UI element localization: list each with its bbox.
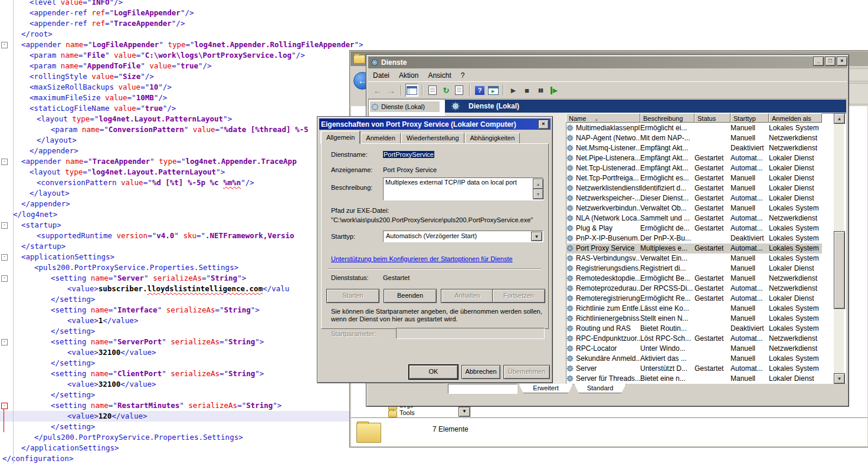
table-row[interactable]: Richtlinienergebniss...Stellt einen N...… bbox=[566, 314, 822, 324]
help-icon[interactable]: ? bbox=[474, 84, 486, 96]
table-row[interactable]: RPC-LocatorUnter Windo...ManuellNetzwerk… bbox=[566, 344, 822, 354]
maximize-button[interactable]: □ bbox=[825, 57, 836, 66]
tree-item-dienste-lokal[interactable]: Dienste (Lokal) bbox=[370, 101, 440, 112]
table-row[interactable]: NAP-Agent (Netwo...Mit dem NAP-...Manuel… bbox=[566, 133, 822, 143]
dropdown-button[interactable]: ▼ bbox=[458, 407, 470, 417]
tab-anmelden[interactable]: Anmelden bbox=[361, 133, 401, 144]
beschreibung-field[interactable]: Multiplexes external TCP/IP data on loca… bbox=[383, 177, 543, 200]
export-list-icon[interactable]: → bbox=[454, 84, 466, 96]
table-row[interactable]: PnP-X-IP-Busenum...Der PnP-X-Bu...Deakti… bbox=[566, 233, 822, 243]
properties-dialog[interactable]: Eigenschaften von Port Proxy Service (Lo… bbox=[317, 116, 553, 383]
column-header-name[interactable]: Name▲ bbox=[566, 113, 640, 123]
table-row[interactable]: Multimediaklassenpl...Ermöglicht ei...Ma… bbox=[566, 123, 822, 133]
desc-scroll-down-icon[interactable]: ▼ bbox=[533, 189, 543, 199]
table-row[interactable]: Netzwerkverbindun...Verwaltet Ob...Gesta… bbox=[566, 203, 822, 213]
tab-wiederherstellung[interactable]: Wiederherstellung bbox=[401, 133, 464, 144]
code-line[interactable]: <level value="INFO"/> bbox=[0, 0, 868, 8]
tab-allgemein[interactable]: Allgemein bbox=[321, 131, 360, 144]
tab-abhängigkeiten[interactable]: Abhängigkeiten bbox=[465, 133, 520, 144]
table-row[interactable]: RPC-Endpunktzuor...Löst RPC-Sch...Gestar… bbox=[566, 334, 822, 344]
code-line[interactable]: <appender-ref ref="TraceAppender"/> bbox=[0, 18, 868, 29]
collapse-region-icon[interactable]: - bbox=[1, 275, 8, 282]
abbrechen-button[interactable]: Abbrechen bbox=[461, 365, 500, 379]
code-line[interactable]: </root> bbox=[0, 29, 868, 40]
scrollbar-thumb[interactable] bbox=[834, 231, 845, 309]
anzeigename-value[interactable]: Port Proxy Service bbox=[383, 166, 437, 173]
table-row[interactable]: Richtlinie zum Entfe...Lässt eine Ko...M… bbox=[566, 304, 822, 314]
column-header-anmelden-als[interactable]: Anmelden als bbox=[769, 113, 822, 123]
ok-button[interactable]: OK bbox=[409, 365, 458, 379]
restart-icon[interactable]: ▶ bbox=[548, 84, 560, 96]
close-button[interactable]: × bbox=[837, 57, 847, 66]
scroll-up-button[interactable]: ▲ bbox=[834, 113, 845, 124]
beenden-button[interactable]: Beenden bbox=[384, 289, 437, 303]
services-table[interactable]: Name▲BeschreibungStatusStarttypAnmelden … bbox=[566, 113, 847, 384]
code-line[interactable]: <appender name="LogFileAppender" type="l… bbox=[0, 40, 868, 50]
column-header-beschreibung[interactable]: Beschreibung bbox=[640, 113, 695, 123]
starttyp-dropdown[interactable]: Automatisch (Verzögerter Start) ▼ bbox=[383, 231, 543, 242]
table-row[interactable]: Routing und RASBietet Routin...Deaktivie… bbox=[566, 324, 822, 334]
menu-item-[interactable]: ? bbox=[456, 70, 470, 81]
startparameter-input[interactable] bbox=[396, 328, 545, 339]
dienstname-value[interactable]: PortProxyService bbox=[383, 151, 434, 158]
chevron-down-icon[interactable]: ▼ bbox=[531, 232, 542, 241]
services-titlebar[interactable]: Dienste bbox=[368, 57, 847, 68]
code-line[interactable]: </configuration> bbox=[0, 453, 868, 464]
table-row[interactable]: Sekundäre Anmeld...Aktiviert das ...Manu… bbox=[566, 354, 822, 364]
menu-item-aktion[interactable]: Aktion bbox=[394, 70, 423, 81]
scroll-down-button[interactable]: ▼ bbox=[834, 373, 845, 384]
fortsetzen-button[interactable]: Fortsetzen bbox=[492, 289, 545, 303]
table-row[interactable]: Plug & PlayErmöglicht de...GestartetAuto… bbox=[566, 223, 822, 233]
table-row[interactable]: ServerUnterstützt D...GestartetAutomat..… bbox=[566, 364, 822, 374]
services-scrollbar[interactable]: ▲ ▼ bbox=[834, 113, 844, 384]
desc-scroll-up-icon[interactable]: ▲ bbox=[533, 179, 543, 189]
play-icon[interactable]: ▶ bbox=[507, 84, 519, 96]
table-row[interactable]: Net.Msmq-Listener...Empfängt Akt...Deakt… bbox=[566, 143, 822, 153]
uebernehmen-button[interactable]: Übernehmen bbox=[503, 365, 550, 379]
table-row[interactable]: NetzwerklistendienstIdentifiziert d...Ge… bbox=[566, 183, 822, 193]
anhalten-button[interactable]: Anhalten bbox=[441, 289, 494, 303]
editor-outline-margin[interactable]: ------- bbox=[0, 0, 15, 464]
collapse-region-icon[interactable]: - bbox=[1, 254, 8, 261]
properties-icon[interactable] bbox=[427, 84, 438, 96]
menu-item-datei[interactable]: Datei bbox=[368, 70, 394, 81]
table-row-selected[interactable]: Port Proxy ServiceMultiplexes e...Gestar… bbox=[566, 243, 822, 254]
tab-erweitert[interactable]: Erweitert bbox=[519, 384, 573, 393]
column-header-starttyp[interactable]: Starttyp bbox=[731, 113, 769, 123]
dialog-close-icon[interactable]: × bbox=[538, 120, 549, 129]
forward-icon[interactable]: → bbox=[385, 84, 397, 96]
table-row[interactable]: Net.Tcp-Listenerad...Empfängt Akt...Gest… bbox=[566, 163, 822, 173]
collapse-region-icon[interactable]: - bbox=[1, 222, 8, 229]
console-window-icon[interactable]: ▶ bbox=[487, 84, 499, 96]
table-row[interactable]: Net.Pipe-Listenera...Empfängt Akt...Gest… bbox=[566, 153, 822, 163]
tab-standard[interactable]: Standard bbox=[574, 384, 626, 393]
collapse-region-icon[interactable]: - bbox=[1, 339, 8, 345]
collapse-region-icon[interactable]: - bbox=[1, 159, 8, 165]
back-icon[interactable]: ← bbox=[372, 84, 384, 96]
folder-label-tools[interactable]: Tools bbox=[399, 409, 415, 416]
table-row[interactable]: RAS-Verbindungsv...Verwaltet Ein...Manue… bbox=[566, 254, 822, 264]
refresh-icon[interactable]: ↻ bbox=[440, 84, 452, 96]
table-row[interactable]: Remotedesktopdie...Ermöglicht Be...Gesta… bbox=[566, 274, 822, 284]
code-line[interactable]: <appender-ref ref="LogFileAppender"/> bbox=[0, 8, 868, 18]
pause-icon[interactable]: ▮▮ bbox=[535, 84, 546, 96]
table-row[interactable]: Registrierungsdiens...Registriert di...M… bbox=[566, 264, 822, 274]
minimize-button[interactable]: _ bbox=[813, 57, 824, 66]
dialog-titlebar[interactable]: Eigenschaften von Port Proxy Service (Lo… bbox=[319, 119, 551, 130]
table-row[interactable]: Net.Tcp-Portfreiga...Ermöglicht es...Ges… bbox=[566, 173, 822, 183]
startoptions-help-link[interactable]: Unterstützung beim Konfigurieren der Sta… bbox=[331, 255, 513, 262]
starten-button[interactable]: Starten bbox=[326, 289, 379, 303]
folder-icon-tools[interactable] bbox=[388, 410, 397, 417]
table-row[interactable]: Remoteprozedurau...Der RPCSS-Di...Gestar… bbox=[566, 284, 822, 294]
table-row[interactable]: RemoteregistrierungErmöglicht Re...Gesta… bbox=[566, 294, 822, 304]
menu-item-ansicht[interactable]: Ansicht bbox=[423, 70, 456, 81]
table-row[interactable]: Server für Threads...Bietet eine n...Man… bbox=[566, 374, 822, 384]
column-header-status[interactable]: Status bbox=[695, 113, 731, 123]
collapse-region-icon-active[interactable]: - bbox=[1, 403, 8, 409]
console-tree-icon[interactable] bbox=[405, 84, 418, 97]
stop-icon[interactable]: ■ bbox=[521, 84, 533, 96]
view-filter-box[interactable] bbox=[448, 384, 517, 394]
table-row[interactable]: Netzwerkspeicher-...Dieser Dienst...Gest… bbox=[566, 193, 822, 203]
table-row[interactable]: NLA (Network Loca...Sammelt und ...Gesta… bbox=[566, 213, 822, 223]
collapse-region-icon[interactable]: - bbox=[1, 42, 8, 48]
